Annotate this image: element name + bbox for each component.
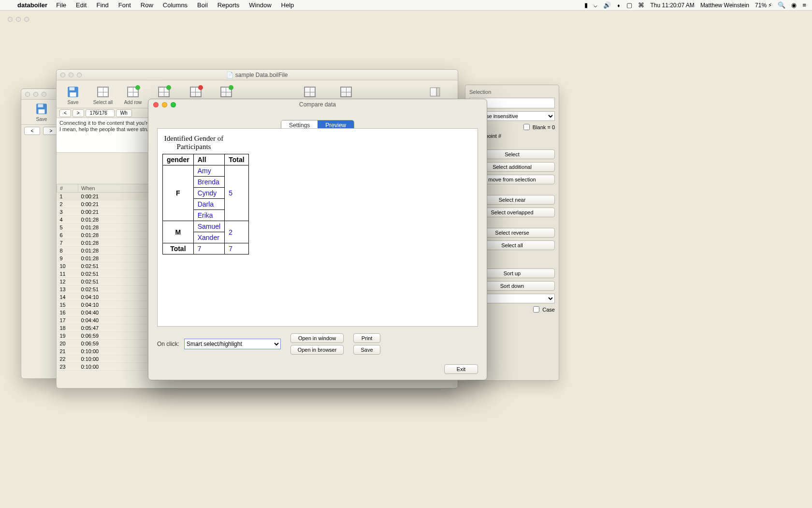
th-gender: gender: [163, 154, 194, 165]
case-label: Case: [542, 307, 555, 313]
row-position: 176/176: [86, 109, 115, 117]
svg-rect-7: [437, 88, 440, 96]
svg-rect-4: [69, 87, 74, 90]
save-label: Save: [68, 100, 79, 105]
total-all: 7: [193, 243, 224, 254]
svg-rect-6: [431, 88, 437, 96]
label-total: Total: [163, 243, 194, 254]
name-link[interactable]: Xander: [193, 232, 224, 243]
drawer-icon: [427, 85, 443, 99]
floppy-icon: [34, 102, 49, 116]
blank-zero-label: Blank = 0: [533, 124, 555, 130]
drawer-title: Selection: [469, 89, 555, 95]
save-button[interactable]: Save: [30, 102, 53, 122]
spotlight-icon[interactable]: 🔍: [778, 1, 785, 9]
background-window-dots: [0, 12, 37, 27]
menubar: databoiler File Edit Find Font Row Colum…: [0, 0, 812, 11]
svg-rect-1: [38, 104, 43, 107]
notification-center-icon[interactable]: ≡: [802, 1, 806, 9]
exit-button[interactable]: Exit: [444, 364, 478, 374]
name-link[interactable]: Erika: [193, 210, 224, 221]
grid-plus-icon: [156, 85, 172, 99]
grid-plus-icon: [125, 85, 141, 99]
th-total: Total: [225, 154, 248, 165]
zoom-icon[interactable]: [42, 92, 46, 97]
select-all-button[interactable]: Select all: [91, 85, 115, 105]
close-icon[interactable]: [25, 92, 30, 97]
save-button[interactable]: Save: [353, 345, 380, 355]
select-all-label: Select all: [93, 100, 113, 105]
svg-rect-5: [70, 92, 76, 97]
menu-boil[interactable]: Boil: [192, 1, 213, 9]
export-icon: [338, 85, 354, 99]
name-link[interactable]: Darla: [193, 199, 224, 210]
menu-columns[interactable]: Columns: [158, 1, 192, 9]
name-link[interactable]: Amy: [193, 165, 224, 177]
name-link[interactable]: Cyndy: [193, 188, 224, 199]
gender-table: gender All Total F Amy 5 Brenda Cyndy Da…: [162, 154, 249, 254]
menubar-user[interactable]: Matthew Weinstein: [700, 2, 749, 9]
menu-font[interactable]: Font: [114, 1, 136, 9]
facetime-icon[interactable]: ▮: [584, 1, 588, 9]
display-icon[interactable]: ▢: [626, 1, 632, 9]
compare-icon: [302, 85, 318, 99]
th-all: All: [193, 154, 224, 165]
grid-minus-icon: [188, 85, 203, 99]
dialog-title: Compare data: [148, 101, 487, 108]
next-row-button[interactable]: >: [72, 109, 84, 117]
name-link[interactable]: Brenda: [193, 177, 224, 188]
add-row-label: Add row: [124, 100, 142, 105]
col-header-index[interactable]: #: [57, 184, 78, 193]
label-m: M: [163, 221, 194, 243]
data-window-titlebar[interactable]: 📄 sample Data.boilFile: [57, 70, 458, 80]
preview-pane[interactable]: Identified Gender of Participants gender…: [157, 128, 478, 327]
window-title: sample Data.boilFile: [235, 72, 288, 78]
menu-reports[interactable]: Reports: [213, 1, 245, 9]
total-total: 7: [225, 243, 248, 254]
compare-data-dialog: Compare data Settings Preview Identified…: [148, 99, 487, 380]
prev-record-button[interactable]: <: [24, 127, 40, 135]
floppy-icon: [65, 85, 81, 99]
save-label: Save: [36, 117, 47, 122]
app-name[interactable]: databoiler: [14, 1, 51, 9]
menu-file[interactable]: File: [51, 1, 71, 9]
menu-find[interactable]: Find: [91, 1, 113, 9]
open-in-browser-button[interactable]: Open in browser: [290, 345, 344, 355]
f-total: 5: [225, 165, 248, 221]
print-button[interactable]: Print: [353, 333, 380, 343]
table-caption: Identified Gender of Participants: [162, 134, 225, 151]
open-in-window-button[interactable]: Open in window: [290, 333, 344, 343]
doc-icon: 📄: [226, 72, 233, 78]
bluetooth-icon[interactable]: ⌘: [638, 1, 644, 9]
volume-icon[interactable]: 🔊: [603, 1, 611, 9]
menu-row[interactable]: Row: [136, 1, 158, 9]
menu-edit[interactable]: Edit: [71, 1, 91, 9]
menu-help[interactable]: Help: [276, 1, 299, 9]
menubar-clock[interactable]: Thu 11:20:07 AM: [650, 2, 694, 9]
m-total: 2: [225, 221, 248, 243]
siri-icon[interactable]: ◉: [791, 1, 797, 9]
add-row-button[interactable]: Add row: [121, 85, 145, 105]
wifi-icon[interactable]: ⌵: [594, 1, 597, 9]
grid-cascade-icon: [218, 85, 234, 99]
blank-zero-checkbox[interactable]: [523, 124, 530, 130]
onclick-select[interactable]: Smart select/highlight: [184, 339, 281, 349]
name-link[interactable]: Samuel: [193, 221, 224, 232]
svg-rect-2: [39, 109, 45, 114]
prev-row-button[interactable]: <: [59, 109, 71, 117]
grid-icon: [95, 85, 111, 99]
menu-window[interactable]: Window: [244, 1, 276, 9]
menubar-battery[interactable]: 71% ⚡︎: [755, 2, 772, 9]
minimize-icon[interactable]: [33, 92, 38, 97]
label-f: F: [163, 165, 194, 221]
onclick-label: On click:: [157, 341, 179, 347]
save-button[interactable]: Save: [61, 85, 85, 105]
when-column-chip[interactable]: Wh: [116, 109, 132, 117]
case-checkbox[interactable]: [533, 306, 539, 313]
dropbox-icon[interactable]: ⬧: [617, 1, 621, 9]
